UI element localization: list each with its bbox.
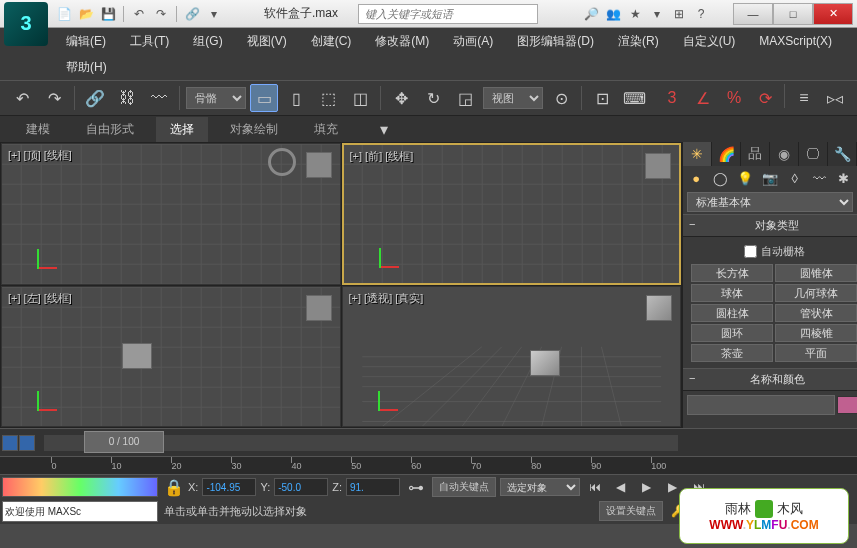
plane-button[interactable]: 平面 — [775, 344, 857, 362]
viewport-label[interactable]: [+] [前] [线框] — [350, 149, 414, 164]
ref-coord-dropdown[interactable]: 视图 — [483, 87, 543, 109]
link-icon[interactable]: 🔗 — [182, 4, 202, 24]
cameras-subtab[interactable]: 📷 — [759, 168, 782, 188]
track-toggle-1[interactable] — [2, 435, 18, 451]
viewport-left[interactable]: [+] [左] [线框] — [1, 286, 341, 428]
scene-object[interactable] — [530, 350, 560, 376]
subtab-selection[interactable]: 选择 — [156, 117, 208, 142]
redo-button[interactable]: ↷ — [40, 84, 68, 112]
teapot-button[interactable]: 茶壶 — [691, 344, 773, 362]
subtab-populate[interactable]: 填充 — [300, 117, 352, 142]
y-coord-input[interactable] — [274, 478, 328, 496]
unlink-button[interactable]: ⛓ — [113, 84, 141, 112]
viewcube[interactable] — [645, 153, 671, 179]
workspace-icon[interactable]: ⊞ — [669, 4, 689, 24]
modify-tab[interactable]: 🌈 — [712, 142, 741, 166]
subtab-objectpaint[interactable]: 对象绘制 — [216, 117, 292, 142]
ribbon-expand-button[interactable]: ▾ — [370, 115, 398, 143]
autogrid-checkbox[interactable]: 自动栅格 — [687, 241, 857, 262]
lights-subtab[interactable]: 💡 — [734, 168, 757, 188]
viewport-label[interactable]: [+] [左] [线框] — [8, 291, 72, 306]
viewcube-home-icon[interactable] — [268, 148, 296, 176]
time-slider[interactable]: 0 / 100 — [84, 431, 164, 453]
signin-icon[interactable]: ▾ — [647, 4, 667, 24]
maxscript-listener[interactable] — [2, 501, 158, 522]
undo-button[interactable]: ↶ — [8, 84, 36, 112]
auto-key-button[interactable]: 自动关键点 — [432, 477, 496, 497]
link-button[interactable]: 🔗 — [81, 84, 109, 112]
snap-toggle-button[interactable]: 3 — [658, 84, 686, 112]
viewport-perspective[interactable]: [+] [透视] [真实] — [342, 286, 682, 428]
display-tab[interactable]: 🖵 — [799, 142, 828, 166]
favorites-icon[interactable]: ★ — [625, 4, 645, 24]
scale-button[interactable]: ◲ — [451, 84, 479, 112]
goto-start-button[interactable]: ⏮ — [584, 477, 606, 497]
x-coord-input[interactable] — [202, 478, 256, 496]
menu-animation[interactable]: 动画(A) — [443, 29, 503, 54]
key-target-dropdown[interactable]: 选定对象 — [500, 478, 580, 496]
open-file-icon[interactable]: 📂 — [76, 4, 96, 24]
menu-grapheditors[interactable]: 图形编辑器(D) — [507, 29, 604, 54]
minimize-button[interactable]: — — [733, 3, 773, 25]
maximize-button[interactable]: □ — [773, 3, 813, 25]
helpers-subtab[interactable]: ◊ — [783, 168, 806, 188]
prev-frame-button[interactable]: ◀ — [610, 477, 632, 497]
subtab-freeform[interactable]: 自由形式 — [72, 117, 148, 142]
pivot-button[interactable]: ⊙ — [547, 84, 575, 112]
rollout-object-type[interactable]: −对象类型 — [683, 214, 857, 237]
scene-object[interactable] — [122, 343, 152, 369]
utilities-tab[interactable]: 🔧 — [828, 142, 857, 166]
menu-tools[interactable]: 工具(T) — [120, 29, 179, 54]
keyboard-shortcut-button[interactable]: ⌨ — [620, 84, 648, 112]
track-toggle-2[interactable] — [19, 435, 35, 451]
menu-group[interactable]: 组(G) — [183, 29, 232, 54]
help-icon[interactable]: ? — [691, 4, 711, 24]
menu-rendering[interactable]: 渲染(R) — [608, 29, 669, 54]
time-ruler[interactable]: 0102030405060708090100 — [0, 456, 857, 474]
menu-help[interactable]: 帮助(H) — [56, 55, 117, 80]
spinner-snap-button[interactable]: ⟳ — [751, 84, 779, 112]
search-icon[interactable]: 🔎 — [581, 4, 601, 24]
lock-selection-button[interactable]: 🔒 — [164, 477, 184, 497]
play-button[interactable]: ▶ — [636, 477, 658, 497]
cylinder-button[interactable]: 圆柱体 — [691, 304, 773, 322]
viewport-label[interactable]: [+] [顶] [线框] — [8, 148, 72, 163]
viewcube[interactable] — [306, 295, 332, 321]
undo-icon[interactable]: ↶ — [129, 4, 149, 24]
subtab-modeling[interactable]: 建模 — [12, 117, 64, 142]
pyramid-button[interactable]: 四棱锥 — [775, 324, 857, 342]
systems-subtab[interactable]: ✱ — [832, 168, 855, 188]
redo-icon[interactable]: ↷ — [151, 4, 171, 24]
app-icon[interactable]: 3 — [4, 2, 48, 46]
named-sets-button[interactable]: ≡ — [790, 84, 818, 112]
selection-filter-dropdown[interactable]: 骨骼 — [186, 87, 246, 109]
angle-snap-button[interactable]: ∠ — [689, 84, 717, 112]
bind-spacewarp-button[interactable]: 〰 — [145, 84, 173, 112]
select-by-name-button[interactable]: ▯ — [282, 84, 310, 112]
key-mode-button[interactable]: ⊶ — [404, 477, 428, 497]
shapes-subtab[interactable]: ◯ — [710, 168, 733, 188]
tube-button[interactable]: 管状体 — [775, 304, 857, 322]
rect-select-button[interactable]: ⬚ — [314, 84, 342, 112]
close-button[interactable]: ✕ — [813, 3, 853, 25]
manipulate-button[interactable]: ⊡ — [588, 84, 616, 112]
category-dropdown[interactable]: 标准基本体 — [687, 192, 853, 212]
geosphere-button[interactable]: 几何球体 — [775, 284, 857, 302]
window-crossing-button[interactable]: ◫ — [346, 84, 374, 112]
menu-edit[interactable]: 编辑(E) — [56, 29, 116, 54]
project-icon[interactable]: ▾ — [204, 4, 224, 24]
z-coord-input[interactable] — [346, 478, 400, 496]
time-slider-track[interactable]: 0 / 100 — [44, 435, 678, 451]
object-color-swatch[interactable] — [837, 396, 857, 414]
select-object-button[interactable]: ▭ — [250, 84, 278, 112]
help-search-input[interactable] — [358, 4, 538, 24]
rollout-name-color[interactable]: −名称和颜色 — [683, 368, 857, 391]
motion-tab[interactable]: ◉ — [770, 142, 799, 166]
menu-modifiers[interactable]: 修改器(M) — [365, 29, 439, 54]
object-name-input[interactable] — [687, 395, 835, 415]
set-key-button[interactable]: 设置关键点 — [599, 501, 663, 521]
menu-view[interactable]: 视图(V) — [237, 29, 297, 54]
menu-create[interactable]: 创建(C) — [301, 29, 362, 54]
create-tab[interactable]: ✳ — [683, 142, 712, 166]
menu-customize[interactable]: 自定义(U) — [673, 29, 746, 54]
